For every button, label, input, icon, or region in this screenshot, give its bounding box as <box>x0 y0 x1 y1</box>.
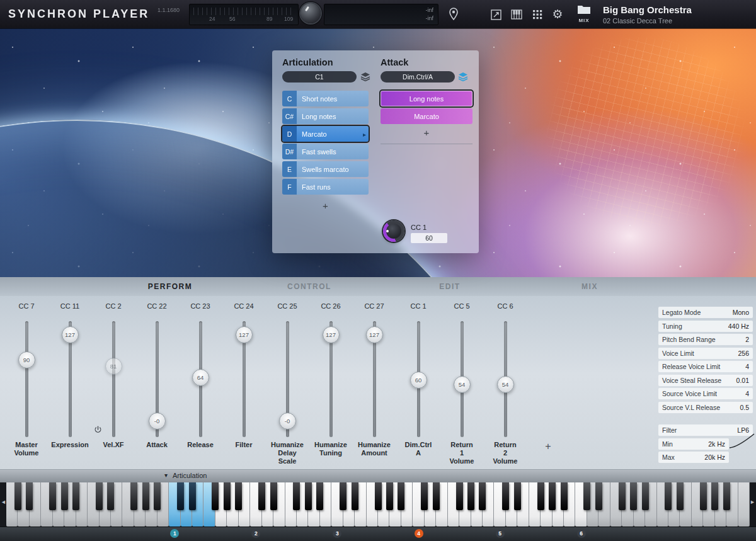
black-key[interactable] <box>258 482 265 510</box>
black-key[interactable] <box>677 482 684 510</box>
black-key[interactable] <box>14 482 21 510</box>
black-key[interactable] <box>189 482 196 510</box>
black-key[interactable] <box>305 482 312 510</box>
black-key[interactable] <box>61 482 68 510</box>
fader-handle[interactable]: 60 <box>410 372 427 389</box>
caret-down-icon[interactable]: ▾ <box>164 472 168 479</box>
black-key[interactable] <box>293 482 300 510</box>
black-key[interactable] <box>583 482 590 510</box>
setting-row[interactable]: Source Voice Limit4 <box>658 388 753 399</box>
tab-edit[interactable]: EDIT <box>439 282 460 291</box>
attack-item[interactable]: Marcato <box>381 108 472 124</box>
black-key[interactable] <box>502 482 509 510</box>
black-key[interactable] <box>352 482 358 510</box>
tab-mix[interactable]: MIX <box>581 282 598 291</box>
fader-track[interactable] <box>112 321 115 437</box>
black-key[interactable] <box>107 482 114 510</box>
black-key[interactable] <box>386 482 393 510</box>
articulation-item[interactable]: DMarcato▸ <box>282 126 369 142</box>
setting-row[interactable]: Source V.L Release0.5 <box>658 402 753 413</box>
setting-row[interactable]: Min2k Hz <box>658 438 729 450</box>
setting-row[interactable]: Max20k Hz <box>658 452 729 463</box>
black-key[interactable] <box>700 482 707 510</box>
fader-handle[interactable]: 54 <box>497 376 514 393</box>
add-attack-button[interactable]: + <box>381 127 472 138</box>
fader-handle[interactable]: 127 <box>236 326 253 343</box>
black-key[interactable] <box>479 482 486 510</box>
fader-handle[interactable]: -0 <box>149 413 166 430</box>
black-key[interactable] <box>433 482 440 510</box>
add-fader-button[interactable]: + <box>542 441 554 452</box>
black-key[interactable] <box>340 482 346 510</box>
black-key[interactable] <box>630 482 637 510</box>
setting-row[interactable]: Voice Steal Release0.01 <box>658 375 753 386</box>
layers-icon[interactable] <box>458 72 468 84</box>
black-key[interactable] <box>316 482 323 510</box>
location-pin-icon[interactable] <box>449 8 459 23</box>
fader-handle[interactable]: -0 <box>279 413 296 430</box>
setting-row[interactable]: Pitch Bend Range2 <box>658 334 753 345</box>
black-key[interactable] <box>49 482 56 510</box>
articulation-range-dropdown[interactable]: C1 <box>282 71 357 83</box>
scroll-left-icon[interactable]: ◄ <box>1 499 6 505</box>
black-key[interactable] <box>619 482 626 510</box>
black-key[interactable] <box>212 482 219 510</box>
black-key[interactable] <box>130 482 137 510</box>
black-key[interactable] <box>514 482 521 510</box>
black-key[interactable] <box>467 482 474 510</box>
black-key[interactable] <box>711 482 718 510</box>
attack-control-dropdown[interactable]: Dim.Ctrl/A <box>381 71 455 83</box>
articulation-item[interactable]: CShort notes <box>282 91 369 106</box>
cc1-knob[interactable] <box>383 220 404 242</box>
fader-handle[interactable]: 127 <box>323 326 340 343</box>
black-key[interactable] <box>26 482 33 510</box>
cc1-knob-value[interactable]: 60 <box>411 233 447 243</box>
black-key[interactable] <box>270 482 277 510</box>
black-key[interactable] <box>375 482 382 510</box>
fader-handle[interactable]: 64 <box>192 369 209 386</box>
black-key[interactable] <box>723 482 730 510</box>
attack-item[interactable]: Long notes <box>381 91 472 106</box>
black-key[interactable] <box>177 482 184 510</box>
black-key[interactable] <box>142 482 149 510</box>
fader-handle[interactable]: 127 <box>62 326 79 343</box>
setting-row[interactable]: Legato ModeMono <box>658 307 753 318</box>
black-key[interactable] <box>154 482 161 510</box>
setting-row[interactable]: Release Voice Limit4 <box>658 361 753 372</box>
keyboard-icon[interactable] <box>510 8 523 21</box>
black-key[interactable] <box>235 482 242 510</box>
black-key[interactable] <box>642 482 649 510</box>
grid-icon[interactable] <box>531 8 544 21</box>
white-key[interactable] <box>738 482 750 527</box>
articulation-item[interactable]: C#Long notes <box>282 108 369 124</box>
setting-row[interactable]: Voice Limit256 <box>658 348 753 359</box>
black-key[interactable] <box>561 482 568 510</box>
resize-icon[interactable] <box>490 8 502 21</box>
articulation-item[interactable]: ESwells marcato <box>282 161 369 177</box>
tab-perform[interactable]: PERFORM <box>148 282 193 291</box>
black-key[interactable] <box>72 482 79 510</box>
black-key[interactable] <box>537 482 544 510</box>
black-key[interactable] <box>421 482 428 510</box>
tab-control[interactable]: CONTROL <box>287 282 331 291</box>
articulation-item[interactable]: D#Fast swells <box>282 144 369 159</box>
black-key[interactable] <box>665 482 672 510</box>
gear-icon[interactable]: ⚙ <box>551 8 564 21</box>
fader-handle[interactable]: 90 <box>18 351 35 368</box>
master-knob[interactable] <box>301 3 321 23</box>
add-articulation-button[interactable]: + <box>282 200 369 211</box>
layers-icon[interactable] <box>360 72 370 84</box>
fader-handle[interactable]: 127 <box>366 326 383 343</box>
articulation-item[interactable]: FFast runs <box>282 179 369 195</box>
power-toggle-icon[interactable] <box>94 426 102 434</box>
black-key[interactable] <box>398 482 404 510</box>
fader-handle[interactable]: 81 <box>105 358 122 375</box>
fader-track[interactable] <box>25 321 28 437</box>
setting-row[interactable]: Tuning440 Hz <box>658 321 753 332</box>
black-key[interactable] <box>595 482 602 510</box>
fader-handle[interactable]: 54 <box>454 376 471 393</box>
black-key[interactable] <box>224 482 231 510</box>
black-key[interactable] <box>549 482 556 510</box>
scroll-right-icon[interactable]: ► <box>750 499 755 505</box>
preset-slot[interactable]: MIX <box>576 5 592 23</box>
